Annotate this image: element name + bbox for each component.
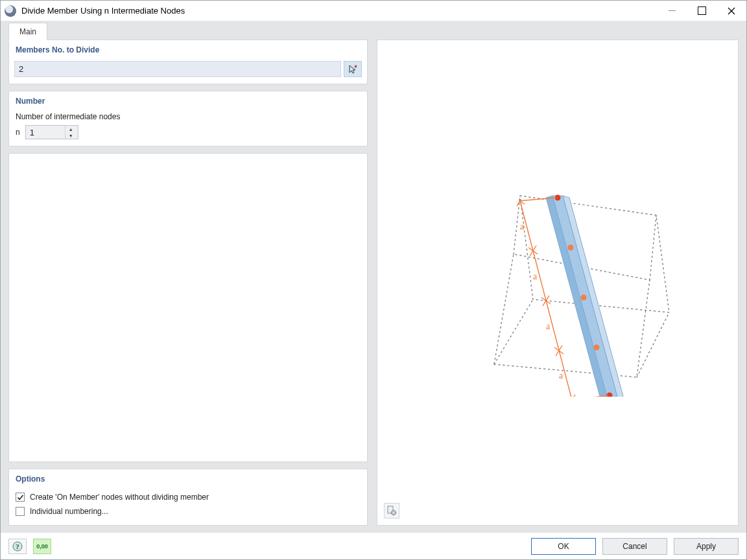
precision-button[interactable]: 0,00: [33, 539, 51, 554]
checkbox-individual-numbering[interactable]: [16, 507, 25, 516]
ok-button[interactable]: OK: [531, 538, 596, 555]
svg-text:a: a: [546, 321, 551, 331]
checkbox-create-on-member[interactable]: [16, 493, 25, 502]
svg-text:?: ?: [16, 542, 19, 550]
svg-line-4: [650, 215, 656, 280]
panel-empty: [8, 153, 368, 462]
window-close-button[interactable]: [717, 1, 746, 21]
svg-point-13: [594, 345, 600, 351]
option-create-on-member-label: Create 'On Member' nodes without dividin…: [30, 493, 209, 502]
cancel-button[interactable]: Cancel: [602, 538, 667, 555]
svg-line-3: [637, 312, 669, 377]
svg-text:a: a: [520, 222, 525, 231]
help-button[interactable]: ?: [8, 539, 27, 554]
tabstrip: Main: [1, 21, 746, 40]
apply-button[interactable]: Apply: [674, 538, 739, 555]
tab-main[interactable]: Main: [8, 23, 47, 40]
panel-header-options: Options: [9, 469, 367, 487]
intermediate-nodes-spinner[interactable]: ▲ ▼: [25, 125, 78, 139]
left-column: Members No. to Divide Number: [8, 40, 368, 526]
svg-text:a: a: [559, 371, 563, 380]
dialog-body: Main Members No. to Divide: [1, 21, 746, 532]
panel-header-members: Members No. to Divide: [9, 40, 367, 58]
intermediate-nodes-input[interactable]: [26, 126, 65, 139]
check-icon: [17, 494, 24, 501]
dialog-footer: ? 0,00 OK Cancel Apply: [1, 532, 746, 559]
spinner-down-icon[interactable]: ▼: [65, 132, 77, 139]
svg-point-23: [392, 511, 396, 515]
preview-illustration: a a a a: [416, 150, 682, 397]
panel-members-to-divide: Members No. to Divide: [8, 40, 368, 84]
help-icon: ?: [12, 541, 23, 552]
window-minimize-button[interactable]: [657, 1, 687, 21]
panel-options: Options Create 'On Member' nodes without…: [8, 469, 368, 526]
precision-badge-label: 0,00: [36, 543, 48, 550]
main-row: Members No. to Divide Number: [1, 40, 746, 532]
close-icon: [728, 7, 735, 15]
intermediate-nodes-label: Number of intermediate nodes: [16, 112, 361, 121]
cursor-pick-icon: [348, 64, 358, 75]
option-individual-numbering-label: Individual numbering...: [30, 507, 108, 516]
svg-text:a: a: [533, 272, 538, 281]
window-title: Divide Member Using n Intermediate Nodes: [21, 6, 185, 16]
spinner-arrows[interactable]: ▲ ▼: [65, 126, 77, 139]
svg-line-5: [514, 196, 520, 254]
panel-header-number: Number: [9, 91, 367, 110]
app-icon: [5, 5, 16, 17]
svg-point-12: [581, 295, 587, 301]
pick-members-button[interactable]: [344, 61, 362, 77]
dialog-window: Divide Member Using n Intermediate Nodes…: [0, 0, 747, 560]
ok-label: OK: [558, 542, 569, 551]
svg-point-11: [568, 245, 574, 251]
option-individual-numbering[interactable]: Individual numbering...: [16, 504, 361, 519]
titlebar: Divide Member Using n Intermediate Nodes: [1, 1, 746, 21]
option-create-on-member[interactable]: Create 'On Member' nodes without dividin…: [16, 490, 361, 504]
spinner-up-icon[interactable]: ▲: [65, 126, 77, 132]
document-gear-icon: [386, 506, 397, 516]
cancel-label: Cancel: [622, 542, 646, 551]
n-prefix: n: [16, 128, 20, 137]
right-column: a a a a: [377, 40, 739, 526]
panel-number: Number Number of intermediate nodes n ▲ …: [8, 91, 368, 146]
members-to-divide-input[interactable]: [14, 61, 341, 77]
panel-preview: a a a a: [377, 40, 739, 526]
apply-label: Apply: [696, 542, 716, 551]
window-maximize-button[interactable]: [687, 1, 717, 21]
preview-settings-button[interactable]: [384, 503, 399, 519]
